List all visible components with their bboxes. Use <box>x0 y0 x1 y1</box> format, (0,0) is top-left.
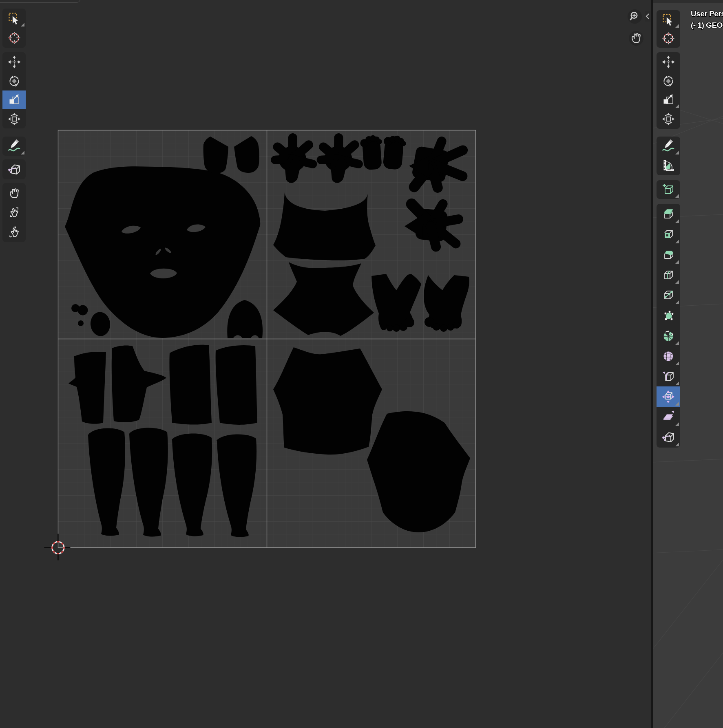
svg-text:(- 1) GEO-Body: (- 1) GEO-Body <box>691 21 723 29</box>
svg-text:User Perspective: User Perspective <box>691 9 723 18</box>
